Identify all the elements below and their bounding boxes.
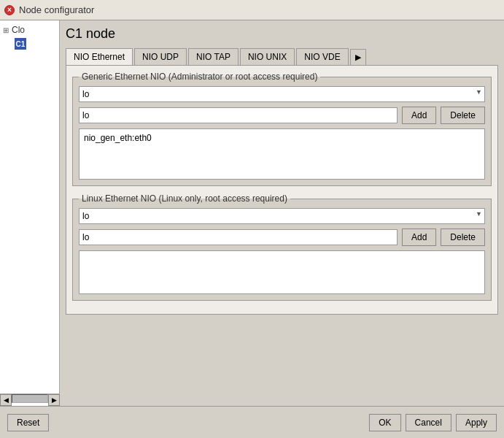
linux-ethernet-delete-button[interactable]: Delete (441, 228, 485, 246)
tab-content-nio-ethernet: Generic Ethernet NIO (Administrator or r… (66, 66, 498, 315)
bottom-left-buttons: Reset (7, 414, 49, 431)
bottom-bar: Reset OK Cancel Apply (0, 406, 504, 438)
ok-button[interactable]: OK (369, 414, 400, 431)
tree-expander-clo: ⊞ (3, 26, 12, 34)
tab-nio-tap[interactable]: NIO TAP (188, 48, 239, 65)
scroll-track (12, 394, 48, 403)
main-layout: ⊞ Clo C1 ◀ ▶ C1 node NIO Ethernet NIO UD… (0, 20, 504, 406)
generic-ethernet-input[interactable] (79, 107, 398, 123)
cancel-button[interactable]: Cancel (406, 414, 451, 431)
linux-ethernet-select-wrapper: lo eth0 eth1 wlan0 (79, 208, 485, 224)
scroll-left-arrow[interactable]: ◀ (0, 394, 12, 406)
window-title: Node configurator (19, 4, 94, 15)
tab-nio-unix[interactable]: NIO UNIX (240, 48, 295, 65)
content-area: C1 node NIO Ethernet NIO UDP NIO TAP NIO… (60, 20, 504, 406)
page-title: C1 node (66, 26, 498, 42)
generic-ethernet-add-button[interactable]: Add (402, 107, 436, 124)
tab-more-button[interactable]: ▶ (350, 49, 366, 65)
generic-ethernet-group: Generic Ethernet NIO (Administrator or r… (72, 72, 492, 186)
linux-ethernet-input-row: Add Delete (79, 228, 485, 246)
generic-ethernet-legend: Generic Ethernet NIO (Administrator or r… (79, 72, 320, 82)
reset-button[interactable]: Reset (7, 414, 49, 431)
generic-ethernet-delete-button[interactable]: Delete (441, 107, 485, 124)
bottom-right-buttons: OK Cancel Apply (369, 414, 497, 431)
linux-ethernet-dropdown-row: lo eth0 eth1 wlan0 (79, 208, 485, 224)
tree-item-c1[interactable]: C1 (12, 36, 59, 51)
linux-ethernet-input[interactable] (79, 229, 398, 245)
tab-nio-vde[interactable]: NIO VDE (296, 48, 348, 65)
generic-ethernet-listbox[interactable]: nio_gen_eth:eth0 (79, 128, 485, 180)
linux-ethernet-legend: Linux Ethernet NIO (Linux only, root acc… (79, 193, 290, 204)
linux-ethernet-dropdown[interactable]: lo eth0 eth1 wlan0 (79, 208, 485, 224)
generic-ethernet-input-row: Add Delete (79, 107, 485, 124)
linux-ethernet-add-button[interactable]: Add (402, 228, 436, 246)
tree-label-clo: Clo (12, 25, 25, 35)
list-item: nio_gen_eth:eth0 (82, 132, 481, 144)
linux-ethernet-listbox[interactable] (79, 250, 485, 294)
apply-button[interactable]: Apply (456, 414, 497, 431)
tree-panel: ⊞ Clo C1 ◀ ▶ (0, 20, 60, 406)
c1-icon: C1 (15, 38, 26, 50)
scroll-right-arrow[interactable]: ▶ (48, 394, 60, 406)
generic-ethernet-dropdown-row: lo eth0 eth1 wlan0 (79, 86, 485, 102)
tab-nio-udp[interactable]: NIO UDP (134, 48, 187, 65)
tree-item-clo[interactable]: ⊞ Clo (0, 23, 59, 36)
tabs-bar: NIO Ethernet NIO UDP NIO TAP NIO UNIX NI… (66, 47, 498, 66)
tree-node-c1-label: C1 (15, 38, 26, 50)
close-button[interactable]: × (4, 5, 15, 15)
tree-node-clo-label: Clo (12, 25, 25, 35)
generic-ethernet-select-wrapper: lo eth0 eth1 wlan0 (79, 86, 485, 102)
title-bar: × Node configurator (0, 0, 504, 20)
tab-nio-ethernet[interactable]: NIO Ethernet (66, 48, 133, 66)
generic-ethernet-dropdown[interactable]: lo eth0 eth1 wlan0 (79, 86, 485, 102)
linux-ethernet-group: Linux Ethernet NIO (Linux only, root acc… (72, 193, 492, 301)
